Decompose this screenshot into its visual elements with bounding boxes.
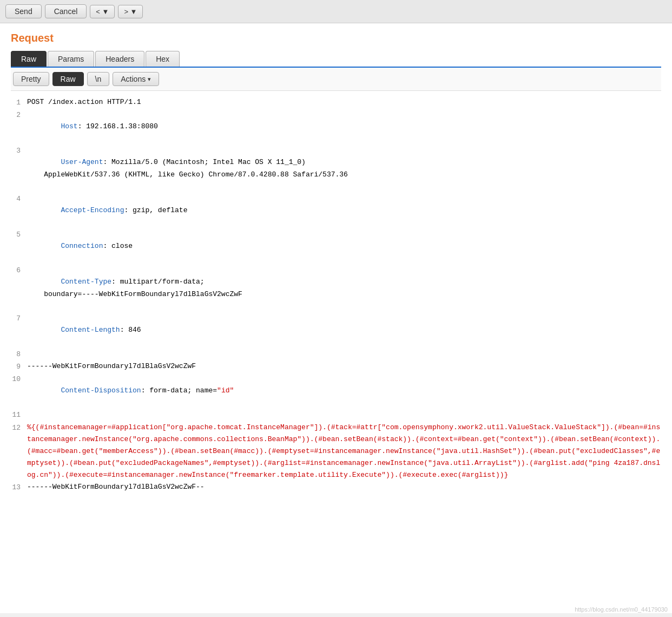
line-content-4: Accept-Encoding: gzip, deflate <box>27 193 661 228</box>
header-content-length: Content-Length <box>61 326 120 334</box>
code-line-9: 9 ------WebKitFormBoundaryl7dlBlaGsV2wcZ… <box>11 360 661 373</box>
actions-label: Actions <box>121 75 146 83</box>
sub-btn-actions[interactable]: Actions ▾ <box>113 72 159 86</box>
code-line-1: 1 POST /index.action HTTP/1.1 <box>11 96 661 109</box>
header-host-value: : 192.168.1.38:8080 <box>78 122 158 130</box>
line-num-12: 12 <box>11 422 27 434</box>
header-content-disposition: Content-Disposition <box>61 386 141 395</box>
sub-btn-pretty[interactable]: Pretty <box>13 72 49 86</box>
line-content-13: ------WebKitFormBoundaryl7dlBlaGsV2wcZwF… <box>27 481 661 493</box>
sub-toolbar: Pretty Raw \n Actions ▾ <box>11 68 661 91</box>
line-content-1: POST /index.action HTTP/1.1 <box>27 96 661 108</box>
line-num-3: 3 <box>11 145 27 157</box>
code-line-10: 10 Content-Disposition: form-data; name=… <box>11 373 661 409</box>
line-content-6: Content-Type: multipart/form-data; bound… <box>27 264 661 312</box>
header-content-length-value: : 846 <box>120 326 141 334</box>
line-content-9: ------WebKitFormBoundaryl7dlBlaGsV2wcZwF <box>27 360 661 372</box>
toolbar: Send Cancel < ▼ > ▼ <box>0 0 672 23</box>
tab-headers[interactable]: Headers <box>95 51 144 67</box>
code-line-12: 12 %{(#instancemanager=#application["org… <box>11 422 661 481</box>
sub-btn-newline[interactable]: \n <box>87 72 110 86</box>
tab-raw[interactable]: Raw <box>11 51 47 67</box>
line-content-10: Content-Disposition: form-data; name="id… <box>27 373 661 409</box>
line-content-2: Host: 192.168.1.38:8080 <box>27 109 661 145</box>
chevron-down-icon: ▾ <box>148 76 151 83</box>
code-line-11: 11 <box>11 409 661 421</box>
send-button[interactable]: Send <box>5 4 42 18</box>
request-section-title: Request <box>11 32 661 44</box>
header-content-disposition-name: "id" <box>217 386 234 395</box>
header-content-disposition-value: : form-data; name= <box>141 386 217 395</box>
code-line-3: 3 User-Agent: Mozilla/5.0 (Macintosh; In… <box>11 145 661 192</box>
line-num-6: 6 <box>11 264 27 277</box>
line-content-3: User-Agent: Mozilla/5.0 (Macintosh; Inte… <box>27 145 661 192</box>
line-content-12: %{(#instancemanager=#application["org.ap… <box>27 422 661 481</box>
line-content-7: Content-Length: 846 <box>27 312 661 348</box>
code-line-6: 6 Content-Type: multipart/form-data; bou… <box>11 264 661 312</box>
code-area: 1 POST /index.action HTTP/1.1 2 Host: 19… <box>11 91 661 499</box>
line-num-10: 10 <box>11 373 27 385</box>
line-content-8 <box>27 348 661 360</box>
prev-button[interactable]: < ▼ <box>90 5 115 18</box>
main-content: Request Raw Params Headers Hex Pretty Ra… <box>0 23 672 613</box>
tab-hex[interactable]: Hex <box>146 51 180 67</box>
code-line-8: 8 <box>11 348 661 360</box>
watermark: https://blog.csdn.net/m0_44179030 <box>575 606 668 613</box>
cancel-button[interactable]: Cancel <box>45 4 87 18</box>
code-line-2: 2 Host: 192.168.1.38:8080 <box>11 109 661 145</box>
code-line-7: 7 Content-Length: 846 <box>11 312 661 348</box>
tab-params[interactable]: Params <box>48 51 94 67</box>
header-content-type-value: : multipart/form-data; boundary=----WebK… <box>27 278 242 298</box>
line-num-1: 1 <box>11 96 27 109</box>
header-connection-value: : close <box>103 242 133 250</box>
line-num-2: 2 <box>11 109 27 121</box>
line-num-11: 11 <box>11 409 27 421</box>
next-button[interactable]: > ▼ <box>118 5 143 18</box>
header-accept-encoding: Accept-Encoding <box>61 206 124 214</box>
header-user-agent: User-Agent <box>61 158 103 166</box>
line-content-11 <box>27 409 661 421</box>
code-line-13: 13 ------WebKitFormBoundaryl7dlBlaGsV2wc… <box>11 481 661 494</box>
line-num-4: 4 <box>11 193 27 205</box>
line-num-8: 8 <box>11 348 27 360</box>
line-num-5: 5 <box>11 228 27 241</box>
line-content-5: Connection: close <box>27 228 661 264</box>
header-content-type: Content-Type <box>61 278 111 286</box>
header-host: Host <box>61 122 77 130</box>
code-line-5: 5 Connection: close <box>11 228 661 264</box>
header-accept-encoding-value: : gzip, deflate <box>124 206 187 214</box>
sub-btn-raw[interactable]: Raw <box>52 72 84 86</box>
line-num-9: 9 <box>11 360 27 373</box>
line-num-7: 7 <box>11 312 27 325</box>
header-connection: Connection <box>61 242 103 250</box>
request-tab-bar: Raw Params Headers Hex <box>11 51 661 68</box>
line-num-13: 13 <box>11 481 27 494</box>
code-line-4: 4 Accept-Encoding: gzip, deflate <box>11 193 661 228</box>
